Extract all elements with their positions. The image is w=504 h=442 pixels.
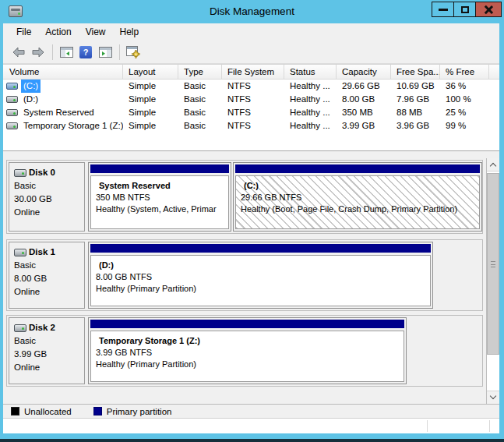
partition-label: Temporary Storage 1 (Z:) [96, 335, 400, 347]
toolbar-separator [52, 44, 53, 60]
cell-layout: Simple [123, 106, 178, 119]
partition-system-reserved[interactable]: System Reserved 350 MB NTFS Healthy (Sys… [88, 162, 231, 232]
disk-status: Online [14, 285, 84, 299]
cell-status: Healthy ... [284, 106, 337, 119]
help-icon: ? [79, 46, 92, 58]
volume-name: (D:) [21, 93, 41, 106]
cell-free: 10.69 GB [391, 80, 440, 93]
window-title: Disk Management [0, 0, 504, 23]
minimize-button[interactable] [432, 2, 454, 17]
volume-name: (C:) [21, 80, 41, 93]
disk1-info[interactable]: Disk 1 Basic 8.00 GB Online [9, 242, 85, 309]
cell-capacity: 8.00 GB [337, 93, 391, 106]
scrollbar-grip-icon [491, 261, 495, 267]
statusbar-divider [427, 420, 428, 432]
disk0-info[interactable]: Disk 0 Basic 30.00 GB Online [9, 162, 85, 232]
minimize-icon [439, 9, 448, 11]
partition-health: Healthy (System, Active, Primar [96, 203, 225, 215]
cell-layout: Simple [123, 80, 178, 93]
show-action-pane-button[interactable] [96, 43, 115, 62]
partition-z[interactable]: Temporary Storage 1 (Z:) 3.99 GB NTFS He… [88, 317, 407, 384]
volume-row-d[interactable]: (D:) Simple Basic NTFS Healthy ... 8.00 … [3, 93, 499, 106]
volume-row-c[interactable]: (C:) Simple Basic NTFS Healthy ... 29.66… [3, 80, 499, 93]
cell-pct: 25 % [440, 106, 489, 119]
close-icon [484, 5, 494, 15]
primary-partition-swatch [93, 407, 102, 415]
disk-row-0: Disk 0 Basic 30.00 GB Online System Rese… [6, 160, 483, 234]
col-status[interactable]: Status [284, 65, 337, 79]
menu-help[interactable]: Help [113, 23, 146, 41]
col-pct-free[interactable]: % Free [440, 65, 489, 79]
volume-row-temporary-storage[interactable]: Temporary Storage 1 (Z:) Simple Basic NT… [3, 119, 499, 133]
menu-view[interactable]: View [79, 23, 113, 41]
chevron-up-icon [490, 163, 496, 169]
cell-status: Healthy ... [284, 80, 337, 93]
volume-name: System Reserved [21, 106, 97, 119]
partition-health: Healthy (Boot, Page File, Crash Dump, Pr… [241, 203, 476, 215]
cell-fs: NTFS [222, 106, 284, 119]
partition-size: 3.99 GB NTFS [96, 347, 400, 359]
disk-row-1: Disk 1 Basic 8.00 GB Online (D:) 8.00 GB… [6, 239, 483, 311]
cell-pct: 36 % [440, 80, 489, 93]
back-button[interactable] [9, 43, 28, 62]
help-button[interactable]: ? [76, 43, 95, 62]
pane-splitter[interactable] [3, 150, 499, 158]
disk-name: Disk 0 [29, 166, 55, 179]
cell-status: Healthy ... [284, 119, 337, 133]
cell-type: Basic [178, 80, 222, 93]
partition-size: 29.66 GB NTFS [241, 192, 476, 203]
partition-type-bar [90, 244, 431, 253]
col-type[interactable]: Type [178, 65, 222, 79]
cell-status: Healthy ... [284, 93, 337, 106]
scroll-up-button[interactable] [487, 158, 499, 171]
menubar: File Action View Help [3, 23, 499, 41]
disk-view-scrollbar [486, 158, 499, 404]
window-controls [432, 2, 502, 17]
partition-size: 8.00 GB NTFS [96, 271, 427, 283]
cell-capacity: 3.99 GB [337, 119, 391, 133]
close-button[interactable] [475, 2, 502, 17]
disk-icon [14, 324, 26, 332]
disk-type: Basic [14, 334, 84, 348]
legend-bar: Unallocated Primary partition [3, 404, 499, 418]
col-layout[interactable]: Layout [123, 65, 178, 79]
volume-list: Volume Layout Type File System Status Ca… [3, 64, 499, 150]
drive-icon [6, 122, 18, 129]
status-bar [3, 418, 499, 433]
partition-type-bar [90, 164, 229, 173]
drive-icon [6, 109, 18, 116]
maximize-button[interactable] [453, 2, 476, 17]
cell-fs: NTFS [222, 119, 284, 133]
scrollbar-thumb[interactable] [487, 173, 499, 355]
scroll-down-button[interactable] [487, 391, 499, 404]
show-console-tree-button[interactable] [57, 43, 76, 62]
cell-free: 88 MB [391, 106, 440, 119]
menu-file[interactable]: File [9, 23, 38, 41]
disk-management-window: Disk Management File Action View Help [0, 0, 504, 442]
partition-label: (D:) [96, 260, 427, 271]
disk-size: 3.99 GB [14, 348, 84, 361]
partition-d[interactable]: (D:) 8.00 GB NTFS Healthy (Primary Parti… [88, 242, 433, 309]
col-volume[interactable]: Volume [3, 65, 123, 79]
console-properties-button[interactable] [124, 43, 143, 62]
volume-row-system-reserved[interactable]: System Reserved Simple Basic NTFS Health… [3, 106, 499, 119]
col-capacity[interactable]: Capacity [337, 65, 391, 79]
col-file-system[interactable]: File System [222, 65, 284, 79]
toolbar-separator [119, 44, 120, 60]
col-free-space[interactable]: Free Spa... [391, 65, 440, 79]
disk-name: Disk 1 [29, 246, 55, 259]
disk-icon [14, 169, 26, 177]
console-tree-icon [60, 47, 73, 58]
menu-action[interactable]: Action [38, 23, 78, 41]
drive-icon [6, 96, 18, 103]
cell-fs: NTFS [222, 80, 284, 93]
forward-arrow-icon [31, 47, 45, 58]
forward-button[interactable] [29, 43, 48, 62]
partition-label: System Reserved [96, 180, 225, 192]
partition-c[interactable]: (C:) 29.66 GB NTFS Healthy (Boot, Page F… [233, 162, 482, 232]
partition-type-bar [90, 320, 404, 328]
disk-name: Disk 2 [29, 321, 55, 334]
disk2-info[interactable]: Disk 2 Basic 3.99 GB Online [9, 317, 85, 384]
cell-type: Basic [178, 119, 222, 133]
console-content: File Action View Help [3, 23, 499, 433]
